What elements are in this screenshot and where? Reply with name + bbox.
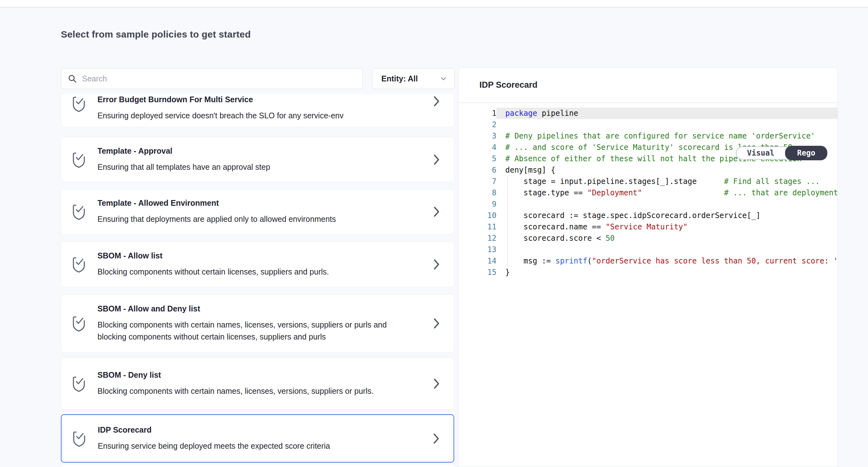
policy-description: Ensuring deployed service doesn't breach… (97, 110, 397, 121)
line-content: } (496, 267, 837, 278)
search-icon (67, 74, 77, 83)
policy-description: Blocking components without certain lice… (97, 266, 397, 278)
policy-card-texts: IDP Scorecard Ensuring service being dep… (98, 425, 422, 452)
code-line: 6 deny[msg] { (459, 165, 837, 176)
code-line: 3 # Deny pipelines that are configured f… (459, 130, 837, 142)
policy-detail-panel: IDP Scorecard Visual Rego 1 package pipe… (458, 67, 838, 467)
line-content: package pipeline (496, 108, 837, 119)
entity-filter-label: Entity: All (381, 74, 418, 83)
policy-card-partial[interactable] (61, 465, 454, 467)
chevron-down-icon (439, 75, 447, 83)
rego-code-editor[interactable]: Visual Rego 1 package pipeline 2 3 # Den… (459, 103, 837, 278)
code-line: 10 scorecard := stage.spec.idpScorecard.… (459, 210, 837, 221)
line-content: stage.type == "Deployment" # ... that ar… (496, 187, 837, 199)
policy-title: Template - Approval (97, 146, 422, 155)
code-line: 2 (459, 119, 837, 130)
line-content (496, 244, 837, 255)
line-number: 2 (459, 119, 496, 130)
toggle-visual-button[interactable]: Visual (737, 146, 785, 160)
policy-description: Ensuring that all templates have an appr… (97, 161, 397, 173)
code-line: 12 scorecard.score < 50 (459, 233, 837, 244)
line-number: 3 (459, 130, 496, 142)
chevron-right-icon (433, 317, 440, 330)
code-line: 9 (459, 199, 837, 210)
shield-check-icon (71, 95, 86, 113)
detail-panel-header: IDP Scorecard (459, 68, 837, 103)
shield-check-icon (71, 256, 86, 273)
policy-card-4[interactable]: SBOM - Allow list Blocking components wi… (61, 241, 454, 287)
chevron-right-icon (433, 153, 440, 166)
line-number: 1 (459, 108, 496, 119)
policy-card-6[interactable]: SBOM - Deny list Blocking components wit… (61, 357, 454, 410)
policy-title: IDP Scorecard (98, 425, 422, 435)
line-content: scorecard := stage.spec.idpScorecard.ord… (496, 210, 837, 221)
visual-rego-toggle: Visual Rego (736, 146, 828, 160)
line-content: msg := sprintf("orderService has score l… (496, 255, 837, 267)
line-number: 6 (459, 165, 496, 176)
policy-title: SBOM - Allow list (97, 251, 422, 260)
shield-check-icon (72, 430, 86, 447)
chevron-right-icon (433, 95, 440, 108)
policy-card-5[interactable]: SBOM - Allow and Deny list Blocking comp… (61, 294, 454, 352)
line-content: scorecard.score < 50 (496, 233, 837, 244)
policy-card-texts: SBOM - Deny list Blocking components wit… (97, 371, 422, 397)
policy-card-7[interactable]: IDP Scorecard Ensuring service being dep… (61, 414, 454, 463)
line-number: 4 (459, 142, 496, 153)
line-content: # Deny pipelines that are configured for… (496, 130, 837, 142)
code-line: 13 (459, 244, 837, 255)
line-content: stage = input.pipeline.stages[_].stage #… (496, 176, 837, 187)
line-number: 15 (459, 267, 496, 278)
policy-description: Blocking components with certain names, … (97, 385, 397, 397)
policy-title: SBOM - Allow and Deny list (97, 304, 422, 313)
detail-panel-title: IDP Scorecard (479, 80, 537, 90)
policy-card-texts: Error Budget Burndown For Multi Service … (97, 95, 422, 121)
shield-check-icon (71, 315, 86, 332)
page-title: Select from sample policies to get start… (61, 29, 251, 40)
line-number: 5 (459, 153, 496, 165)
policy-card-texts: SBOM - Allow and Deny list Blocking comp… (97, 304, 422, 343)
code-lines: 1 package pipeline 2 3 # Deny pipelines … (459, 108, 837, 278)
shield-check-icon (71, 203, 86, 221)
policy-title: Error Budget Burndown For Multi Service (97, 95, 422, 104)
chevron-right-icon (433, 258, 440, 271)
chevron-right-icon (433, 377, 440, 390)
search-input[interactable] (82, 74, 356, 83)
line-number: 9 (459, 199, 496, 210)
line-content: deny[msg] { (496, 165, 837, 176)
top-chrome-strip (0, 0, 868, 7)
policy-description: Blocking components with certain names, … (97, 319, 397, 343)
code-line: 8 stage.type == "Deployment" # ... that … (459, 187, 837, 199)
policy-card-texts: Template - Allowed Environment Ensuring … (97, 199, 422, 225)
shield-check-icon (71, 151, 86, 169)
policy-description: Ensuring that deployments are applied on… (97, 213, 397, 225)
code-line: 7 stage = input.pipeline.stages[_].stage… (459, 176, 837, 187)
shield-check-icon (71, 375, 86, 392)
toggle-rego-button[interactable]: Rego (785, 146, 827, 160)
line-number: 13 (459, 244, 496, 255)
policy-title: Template - Allowed Environment (97, 199, 422, 208)
search-box[interactable] (61, 68, 363, 89)
line-content (496, 199, 837, 210)
policy-card-texts: Template - Approval Ensuring that all te… (97, 146, 422, 173)
code-line: 1 package pipeline (459, 108, 837, 119)
chevron-right-icon (433, 432, 440, 445)
code-line: 11 scorecard.name == "Service Maturity" (459, 221, 837, 233)
code-line: 15 } (459, 267, 837, 278)
policy-card-1[interactable]: Error Budget Burndown For Multi Service … (61, 94, 454, 127)
line-number: 14 (459, 255, 496, 267)
policy-card-texts: SBOM - Allow list Blocking components wi… (97, 251, 422, 278)
policy-card-3[interactable]: Template - Allowed Environment Ensuring … (61, 189, 454, 234)
line-number: 8 (459, 187, 496, 199)
entity-filter-dropdown[interactable]: Entity: All (372, 68, 455, 89)
line-number: 10 (459, 210, 496, 221)
line-content: scorecard.name == "Service Maturity" (496, 221, 837, 233)
line-number: 11 (459, 221, 496, 233)
code-line: 14 msg := sprintf("orderService has scor… (459, 255, 837, 267)
chevron-right-icon (433, 205, 440, 218)
policy-title: SBOM - Deny list (97, 371, 422, 380)
policy-description: Ensuring service being deployed meets th… (98, 440, 397, 452)
line-content (496, 119, 837, 130)
policy-card-2[interactable]: Template - Approval Ensuring that all te… (61, 137, 454, 182)
line-number: 12 (459, 233, 496, 244)
line-number: 7 (459, 176, 496, 187)
